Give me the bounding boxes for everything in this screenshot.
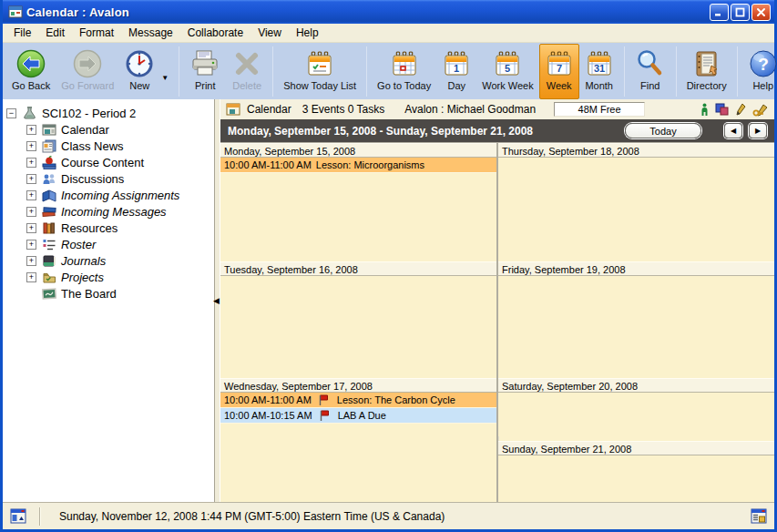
key-pencil-icon[interactable] [752,103,769,117]
calendar-icon [42,123,56,137]
day-body[interactable]: 10:00 AM-11:00 AM Lesson: The Carbon Cyc… [220,393,496,502]
menu-bar: File Edit Format Message Collaborate Vie… [3,24,774,43]
grid-column-right: Thursday, September 18, 2008 Friday, Sep… [496,143,774,502]
menu-format[interactable]: Format [72,25,121,41]
sidebar-tree: − SCI102 - Period 2 + Calendar [3,99,214,502]
sidebar-item-the-board[interactable]: The Board [6,285,214,302]
next-week-button[interactable]: ▶ [749,123,767,138]
day-cell-saturday[interactable]: Saturday, September 20, 2008 [498,378,774,436]
connection-window-icon[interactable] [10,508,26,524]
menu-edit[interactable]: Edit [38,25,72,41]
sidebar-item-class-news[interactable]: + Class News [6,138,214,154]
month-view-icon: 31 [585,49,614,78]
sidebar-item-resources[interactable]: + Resources [6,220,214,236]
sidebar-item-incoming-assignments[interactable]: + Incoming Assignments [6,187,214,203]
sidebar-item-projects[interactable]: + Projects [6,269,214,285]
board-icon [42,287,56,301]
minimize-button[interactable] [710,4,729,21]
find-button[interactable]: Find [629,44,671,99]
new-button[interactable]: New [119,44,159,99]
expand-box-icon[interactable]: + [26,141,36,151]
sidebar-splitter[interactable]: ◀ [214,99,220,502]
go-back-button[interactable]: Go Back [6,44,56,99]
menu-collaborate[interactable]: Collaborate [180,25,250,41]
work-week-view-icon: 5 [493,49,522,78]
help-button[interactable]: ? Help [742,44,777,99]
show-today-list-button[interactable]: Show Today List [278,44,362,99]
help-icon: ? [748,48,777,79]
week-range-bar: Monday, September 15, 2008 - Sunday, Sep… [220,119,774,142]
sidebar-item-discussions[interactable]: + Discussions [6,170,214,187]
discussions-icon [42,172,56,186]
today-button[interactable]: Today [625,123,701,138]
week-view-button[interactable]: 7 Week [539,44,579,99]
app-window: Calendar : Avalon File Edit Format Messa… [0,0,777,532]
news-icon [42,139,56,153]
close-button[interactable] [751,4,771,21]
expand-box-icon[interactable]: + [26,272,36,282]
menu-help[interactable]: Help [289,25,326,41]
day-body[interactable] [498,158,774,261]
day-cell-tuesday[interactable]: Tuesday, September 16, 2008 [220,261,496,378]
day-body[interactable] [498,455,774,502]
course-content-icon [42,156,56,169]
go-to-today-button[interactable]: Go to Today [372,44,436,99]
event-lab-a-due[interactable]: 10:00 AM-10:15 AM LAB A Due [220,408,496,424]
roster-icon [42,238,56,251]
sidebar-item-incoming-messages[interactable]: + Incoming Messages [6,203,214,220]
go-forward-button: Go Forward [56,44,119,99]
title-bar[interactable]: Calendar : Avalon [3,0,774,24]
sidebar-item-roster[interactable]: + Roster [6,236,214,252]
go-back-icon [15,48,46,79]
window-panels-icon[interactable] [715,103,729,116]
new-dropdown-icon[interactable]: ▼ [161,74,169,82]
day-cell-friday[interactable]: Friday, September 19, 2008 [498,261,774,378]
splitter-collapse-icon[interactable]: ◀ [213,296,220,305]
app-calendar-icon [8,5,23,19]
day-cell-sunday[interactable]: Sunday, September 21, 2008 [498,441,774,502]
svg-text:?: ? [758,55,769,74]
new-clock-icon [125,49,154,78]
menu-file[interactable]: File [6,25,38,41]
expand-box-icon[interactable]: + [26,125,36,135]
sidebar-root-label: SCI102 - Period 2 [42,107,136,120]
work-week-view-button[interactable]: 5 Work Week [476,44,538,99]
day-body[interactable] [220,276,496,378]
expand-box-icon[interactable]: + [26,256,36,266]
day-body[interactable] [498,393,774,436]
panel-layout-icon[interactable] [751,508,767,524]
sidebar-item-journals[interactable]: + Journals [6,252,214,269]
day-cell-thursday[interactable]: Thursday, September 18, 2008 [498,143,774,261]
expand-box-icon[interactable]: + [26,158,36,168]
previous-week-button[interactable]: ◀ [724,123,742,138]
expand-box-icon[interactable]: + [26,223,36,233]
go-to-today-icon [390,49,419,78]
expand-box-icon[interactable]: + [26,240,36,250]
expand-box-icon[interactable]: + [26,207,36,217]
menu-message[interactable]: Message [121,25,180,41]
event-lesson-microorganisms[interactable]: 10:00 AM-11:00 AM Lesson: Microorganisms [220,158,496,173]
calendar-small-icon [226,102,241,117]
day-cell-monday[interactable]: Monday, September 15, 2008 10:00 AM-11:0… [220,143,496,261]
day-view-button[interactable]: 1 Day [436,44,476,99]
month-view-button[interactable]: 31 Month [579,44,619,99]
day-header: Monday, September 15, 2008 [220,143,496,158]
sidebar-item-calendar[interactable]: + Calendar [6,121,214,138]
day-cell-wednesday[interactable]: Wednesday, September 17, 2008 10:00 AM-1… [220,378,496,502]
sidebar-root[interactable]: − SCI102 - Period 2 [6,105,214,121]
expand-box-icon[interactable]: + [26,190,36,200]
expand-box-icon[interactable]: + [26,174,36,184]
status-bar: Sunday, November 12, 2008 1:44 PM (GMT-5… [3,502,774,529]
directory-button[interactable]: Directory [681,44,732,99]
menu-view[interactable]: View [250,25,289,41]
maximize-button[interactable] [731,4,750,21]
sidebar-item-course-content[interactable]: + Course Content [6,154,214,170]
collapse-box-icon[interactable]: − [6,108,16,118]
flag-icon [319,394,329,405]
print-button[interactable]: Print [184,44,226,99]
pencil-icon[interactable] [735,103,746,116]
event-lesson-carbon-cycle[interactable]: 10:00 AM-11:00 AM Lesson: The Carbon Cyc… [220,393,496,408]
day-body[interactable]: 10:00 AM-11:00 AM Lesson: Microorganisms [220,158,496,261]
messages-icon [42,205,56,219]
day-body[interactable] [498,276,774,378]
